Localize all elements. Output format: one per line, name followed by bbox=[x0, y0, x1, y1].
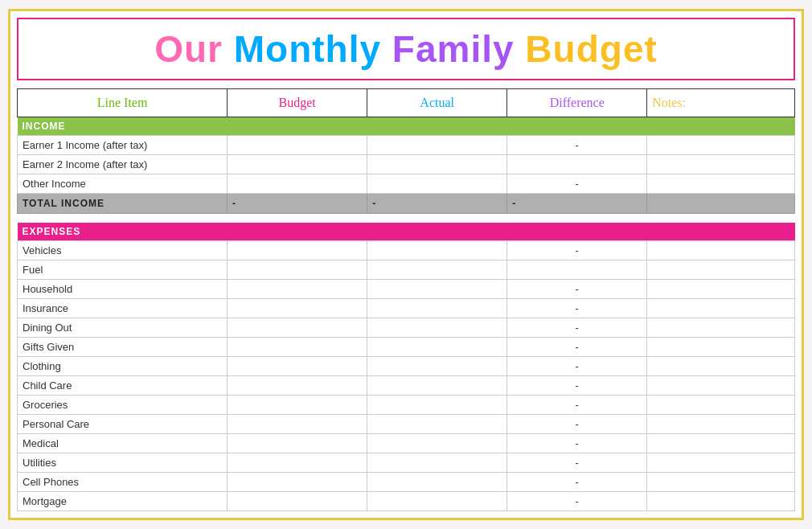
expense-item-label: Groceries bbox=[18, 396, 228, 415]
expense-row: Cell Phones - bbox=[18, 473, 795, 492]
expense-budget[interactable] bbox=[228, 473, 367, 492]
total-income-difference: - bbox=[507, 193, 647, 213]
expense-actual[interactable] bbox=[367, 376, 507, 396]
expense-budget[interactable] bbox=[228, 280, 367, 299]
income-notes[interactable] bbox=[647, 174, 795, 193]
expense-budget[interactable] bbox=[228, 299, 367, 318]
expense-actual[interactable] bbox=[367, 453, 507, 473]
expense-row: Personal Care - bbox=[18, 415, 795, 434]
expense-row: Vehicles - bbox=[18, 241, 795, 260]
total-income-budget: - bbox=[228, 193, 367, 213]
expense-difference: - bbox=[507, 415, 647, 434]
expense-budget[interactable] bbox=[228, 260, 367, 280]
expense-actual[interactable] bbox=[367, 473, 507, 492]
expense-budget[interactable] bbox=[228, 434, 367, 453]
expense-difference: - bbox=[507, 434, 647, 453]
expense-row: Groceries - bbox=[18, 396, 795, 415]
expense-item-label: Medical bbox=[18, 434, 228, 453]
income-item-label: Earner 1 Income (after tax) bbox=[18, 135, 228, 154]
expense-row: Household - bbox=[18, 280, 795, 299]
expense-budget[interactable] bbox=[228, 376, 367, 396]
expense-item-label: Gifts Given bbox=[18, 338, 228, 357]
income-actual[interactable] bbox=[367, 135, 507, 154]
expense-item-label: Household bbox=[18, 280, 228, 299]
expense-actual[interactable] bbox=[367, 280, 507, 299]
expense-budget[interactable] bbox=[228, 338, 367, 357]
title-family: Family bbox=[392, 28, 526, 70]
expense-difference: - bbox=[507, 396, 647, 415]
expense-actual[interactable] bbox=[367, 357, 507, 376]
total-income-actual: - bbox=[367, 193, 507, 213]
expense-budget[interactable] bbox=[228, 492, 367, 511]
title-our: Our bbox=[154, 28, 234, 70]
expense-notes[interactable] bbox=[647, 376, 795, 396]
expense-difference: - bbox=[507, 338, 647, 357]
income-row: Other Income - bbox=[18, 174, 795, 193]
expense-notes[interactable] bbox=[647, 492, 795, 511]
expense-notes[interactable] bbox=[647, 318, 795, 338]
expense-notes[interactable] bbox=[647, 415, 795, 434]
expense-notes[interactable] bbox=[647, 260, 795, 280]
expense-row: Dining Out - bbox=[18, 318, 795, 338]
expense-actual[interactable] bbox=[367, 434, 507, 453]
expense-actual[interactable] bbox=[367, 396, 507, 415]
table-header-row: Line Item Budget Actual Difference Notes… bbox=[18, 88, 795, 117]
expense-budget[interactable] bbox=[228, 415, 367, 434]
income-difference bbox=[507, 154, 647, 174]
income-notes[interactable] bbox=[647, 154, 795, 174]
expense-difference: - bbox=[507, 376, 647, 396]
expense-budget[interactable] bbox=[228, 318, 367, 338]
expense-difference bbox=[507, 260, 647, 280]
income-budget[interactable] bbox=[228, 174, 367, 193]
expense-notes[interactable] bbox=[647, 473, 795, 492]
expense-notes[interactable] bbox=[647, 357, 795, 376]
expense-difference: - bbox=[507, 299, 647, 318]
income-actual[interactable] bbox=[367, 174, 507, 193]
expense-item-label: Clothing bbox=[18, 357, 228, 376]
expense-difference: - bbox=[507, 492, 647, 511]
total-income-notes bbox=[647, 193, 795, 213]
expense-actual[interactable] bbox=[367, 492, 507, 511]
expense-notes[interactable] bbox=[647, 396, 795, 415]
expense-difference: - bbox=[507, 280, 647, 299]
expense-actual[interactable] bbox=[367, 318, 507, 338]
income-budget[interactable] bbox=[228, 135, 367, 154]
header-notes: Notes: bbox=[647, 88, 795, 117]
expense-row: Child Care - bbox=[18, 376, 795, 396]
expense-actual[interactable] bbox=[367, 415, 507, 434]
expense-actual[interactable] bbox=[367, 260, 507, 280]
expenses-section-header: EXPENSES bbox=[18, 223, 795, 241]
header-difference: Difference bbox=[507, 88, 647, 117]
income-notes[interactable] bbox=[647, 135, 795, 154]
income-difference: - bbox=[507, 174, 647, 193]
expense-row: Mortgage - bbox=[18, 492, 795, 511]
expense-budget[interactable] bbox=[228, 357, 367, 376]
expense-item-label: Personal Care bbox=[18, 415, 228, 434]
expense-budget[interactable] bbox=[228, 396, 367, 415]
expense-budget[interactable] bbox=[228, 241, 367, 260]
expense-notes[interactable] bbox=[647, 453, 795, 473]
expense-budget[interactable] bbox=[228, 453, 367, 473]
income-budget[interactable] bbox=[228, 154, 367, 174]
expense-difference: - bbox=[507, 357, 647, 376]
expense-notes[interactable] bbox=[647, 241, 795, 260]
expense-notes[interactable] bbox=[647, 434, 795, 453]
expense-row: Utilities - bbox=[18, 453, 795, 473]
expense-item-label: Fuel bbox=[18, 260, 228, 280]
expense-notes[interactable] bbox=[647, 299, 795, 318]
expense-actual[interactable] bbox=[367, 299, 507, 318]
expense-notes[interactable] bbox=[647, 280, 795, 299]
expense-actual[interactable] bbox=[367, 241, 507, 260]
header-actual: Actual bbox=[367, 88, 507, 117]
expense-difference: - bbox=[507, 453, 647, 473]
header-lineitem: Line Item bbox=[18, 88, 228, 117]
title-box: Our Monthly Family Budget bbox=[17, 18, 795, 80]
expense-difference: - bbox=[507, 473, 647, 492]
budget-table: Line Item Budget Actual Difference Notes… bbox=[17, 88, 795, 512]
income-actual[interactable] bbox=[367, 154, 507, 174]
expense-notes[interactable] bbox=[647, 338, 795, 357]
income-section-header: INCOME bbox=[18, 117, 795, 135]
expense-actual[interactable] bbox=[367, 338, 507, 357]
main-title: Our Monthly Family Budget bbox=[154, 28, 658, 70]
income-row: Earner 1 Income (after tax) - bbox=[18, 135, 795, 154]
